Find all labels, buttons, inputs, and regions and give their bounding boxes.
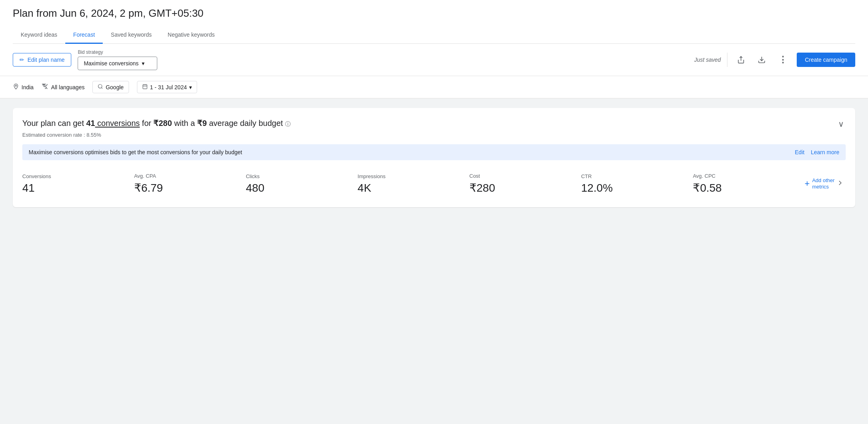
info-banner: Maximise conversions optimises bids to g…	[22, 144, 846, 160]
filter-bar: India All languages Google	[0, 76, 868, 98]
location-icon	[13, 83, 19, 91]
toolbar-divider	[727, 53, 727, 67]
share-button[interactable]	[734, 53, 748, 67]
metric-avg-cpc: Avg. CPC ₹0.58	[693, 170, 805, 198]
info-banner-actions: Edit Learn more	[795, 149, 839, 155]
chevron-down-icon: ∨	[838, 120, 844, 128]
forecast-cost: ₹280	[153, 119, 172, 128]
headline-mid2: for	[140, 119, 153, 128]
network-filter[interactable]: Google	[92, 81, 129, 93]
date-range-filter[interactable]: 1 - 31 Jul 2024 ▾	[137, 81, 197, 93]
main-content: Your plan can get 41 conversions for ₹28…	[0, 98, 868, 217]
forecast-daily-budget: ₹9	[197, 119, 207, 128]
language-value: All languages	[51, 84, 84, 90]
learn-more-link[interactable]: Learn more	[811, 149, 839, 155]
date-range-value: 1 - 31 Jul 2024	[150, 84, 187, 90]
headline-mid1: conversions	[95, 119, 140, 128]
metric-cost: Cost ₹280	[469, 170, 581, 198]
conversions-count: 41	[86, 119, 95, 128]
add-metrics-label-line2: metrics	[812, 184, 835, 190]
collapse-button[interactable]: ∨	[837, 118, 846, 130]
headline-prefix: Your plan can get	[22, 119, 86, 128]
metrics-section: Conversions 41 Avg. CPA ₹6.79 Clicks 480…	[22, 170, 846, 198]
edit-link[interactable]: Edit	[795, 149, 804, 155]
toolbar: ✏ Edit plan name Bid strategy Maximise c…	[0, 44, 868, 76]
pencil-icon: ✏	[20, 57, 24, 63]
metric-ctr-value: 12.0%	[581, 182, 693, 194]
top-section: Plan from Jun 6, 2024, 2 pm, GMT+05:30 K…	[0, 0, 868, 44]
tabs-bar: Keyword ideas Forecast Saved keywords Ne…	[13, 27, 855, 44]
language-filter: All languages	[41, 83, 84, 92]
create-campaign-button[interactable]: Create campaign	[797, 53, 855, 67]
help-icon[interactable]: ⓘ	[285, 121, 291, 127]
calendar-icon	[142, 84, 148, 90]
metric-avg-cpc-value: ₹0.58	[693, 181, 805, 194]
just-saved-label: Just saved	[694, 57, 721, 63]
bid-strategy-select[interactable]: Maximise conversions ▾	[78, 57, 157, 70]
forecast-details: Your plan can get 41 conversions for ₹28…	[22, 118, 291, 138]
date-dropdown-icon: ▾	[189, 84, 192, 90]
tab-negative-keywords[interactable]: Negative keywords	[160, 27, 223, 44]
edit-plan-button[interactable]: ✏ Edit plan name	[13, 53, 71, 67]
page-wrapper: Plan from Jun 6, 2024, 2 pm, GMT+05:30 K…	[0, 0, 868, 424]
svg-point-1	[98, 84, 102, 88]
metric-clicks-value: 480	[246, 182, 358, 194]
metric-clicks: Clicks 480	[246, 170, 358, 198]
conversion-rate-label: Estimated conversion rate : 8.55%	[22, 132, 291, 138]
metric-conversions-label: Conversions	[22, 173, 134, 179]
plan-title: Plan from Jun 6, 2024, 2 pm, GMT+05:30	[13, 7, 855, 20]
metric-cost-value: ₹280	[469, 181, 581, 194]
metric-conversions: Conversions 41	[22, 170, 134, 198]
tab-saved-keywords[interactable]: Saved keywords	[103, 27, 160, 44]
metric-impressions: Impressions 4K	[358, 170, 469, 198]
forecast-card: Your plan can get 41 conversions for ₹28…	[13, 108, 855, 207]
metric-avg-cpc-label: Avg. CPC	[693, 173, 805, 179]
info-banner-text: Maximise conversions optimises bids to g…	[29, 149, 242, 155]
more-options-button[interactable]: ⋮	[775, 52, 790, 67]
forecast-summary: Your plan can get 41 conversions for ₹28…	[22, 118, 846, 138]
tab-forecast[interactable]: Forecast	[65, 27, 103, 44]
tab-keyword-ideas[interactable]: Keyword ideas	[13, 27, 65, 44]
add-metrics-label-line1: Add other	[812, 177, 835, 184]
metric-impressions-label: Impressions	[358, 173, 469, 179]
network-value: Google	[106, 84, 123, 90]
bid-strategy-value: Maximise conversions	[84, 60, 139, 67]
bid-strategy-group: Bid strategy Maximise conversions ▾	[78, 49, 157, 70]
bid-strategy-label: Bid strategy	[78, 49, 157, 55]
metric-ctr: CTR 12.0%	[581, 170, 693, 198]
more-vert-icon: ⋮	[778, 55, 787, 64]
metric-avg-cpa-label: Avg. CPA	[134, 173, 246, 179]
dropdown-icon: ▾	[142, 60, 145, 67]
metric-avg-cpa-value: ₹6.79	[134, 181, 246, 194]
metric-clicks-label: Clicks	[246, 173, 358, 179]
edit-plan-label: Edit plan name	[27, 57, 65, 63]
metric-impressions-value: 4K	[358, 182, 469, 194]
search-network-icon	[98, 84, 103, 90]
location-value: India	[22, 84, 33, 90]
metric-cost-label: Cost	[469, 173, 581, 179]
metrics-next-button[interactable]	[835, 177, 846, 190]
location-filter: India	[13, 83, 33, 91]
translate-icon	[41, 83, 49, 92]
metric-avg-cpa: Avg. CPA ₹6.79	[134, 170, 246, 198]
metric-ctr-label: CTR	[581, 173, 693, 179]
svg-point-0	[15, 85, 16, 86]
metric-conversions-value: 41	[22, 182, 134, 194]
svg-rect-2	[143, 84, 147, 89]
add-metrics-button[interactable]: + Add other metrics	[805, 177, 835, 190]
download-button[interactable]	[755, 53, 769, 67]
plus-icon: +	[805, 179, 810, 189]
headline-suffix: average daily budget	[207, 119, 283, 128]
headline-mid3: with a	[172, 119, 197, 128]
forecast-headline: Your plan can get 41 conversions for ₹28…	[22, 118, 291, 129]
